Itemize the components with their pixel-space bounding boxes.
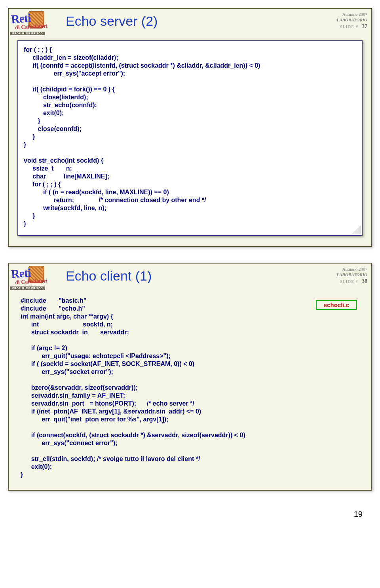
term-label: Autunno 2007 [337, 267, 367, 272]
professor-label: PROF. R. DE PRISCO [10, 32, 45, 35]
lab-label: LABORATORIO [337, 272, 367, 278]
slide-number: 37 [362, 23, 367, 29]
slide-echo-client: Reti di Calcolatori PROF. R. DE PRISCO E… [8, 263, 372, 491]
slide-header: Reti di Calcolatori PROF. R. DE PRISCO E… [9, 264, 371, 290]
course-logo: Reti di Calcolatori [11, 265, 59, 287]
course-logo: Reti di Calcolatori [11, 10, 59, 32]
slide-meta: Autunno 2007 LABORATORIO SLIDE # 38 [337, 267, 367, 285]
page-number: 19 [8, 506, 372, 519]
code-block: #include "basic.h" #include "echo.h" int… [21, 297, 359, 479]
slide-body: echocli.c #include "basic.h" #include "e… [9, 290, 371, 490]
slide-body: for ( ; ; ) { cliaddr_len = sizeof(cliad… [9, 35, 371, 246]
slide-header: Reti di Calcolatori PROF. R. DE PRISCO E… [9, 9, 371, 35]
lab-label: LABORATORIO [337, 17, 367, 23]
slide-title: Echo server (2) [66, 13, 337, 29]
slide-meta: Autunno 2007 LABORATORIO SLIDE # 37 [337, 12, 367, 30]
term-label: Autunno 2007 [337, 12, 367, 17]
slide-number: 38 [362, 278, 367, 284]
logo-sub: di Calcolatori [15, 278, 48, 286]
slide-word: SLIDE # [340, 279, 358, 284]
page: Reti di Calcolatori PROF. R. DE PRISCO E… [0, 0, 380, 535]
logo-sub: di Calcolatori [15, 23, 48, 31]
slide-word: SLIDE # [340, 24, 358, 29]
filename-label: echocli.c [316, 300, 357, 310]
slide-title: Echo client (1) [66, 268, 337, 284]
slide-echo-server: Reti di Calcolatori PROF. R. DE PRISCO E… [8, 8, 372, 247]
code-block: for ( ; ; ) { cliaddr_len = sizeof(cliad… [24, 46, 356, 228]
code-panel: for ( ; ; ) { cliaddr_len = sizeof(cliad… [17, 40, 363, 236]
